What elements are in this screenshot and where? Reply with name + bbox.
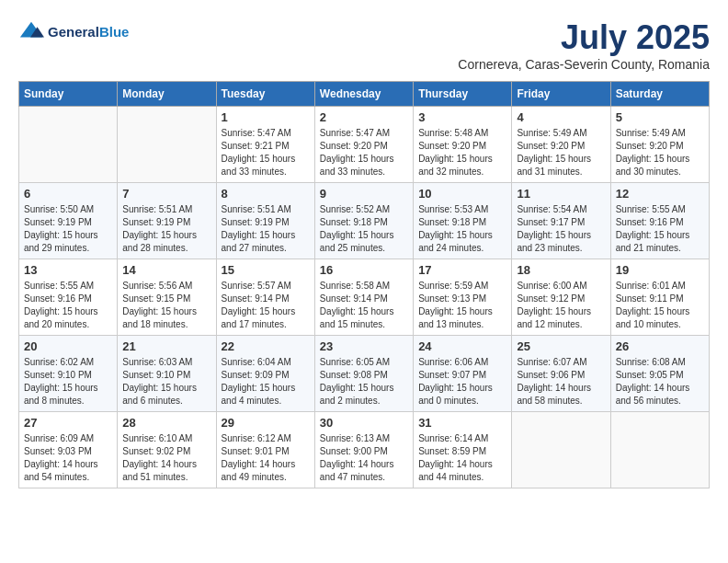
calendar-cell: 16Sunrise: 5:58 AM Sunset: 9:14 PM Dayli…	[314, 259, 413, 336]
day-detail: Sunrise: 6:07 AM Sunset: 9:06 PM Dayligh…	[517, 356, 605, 408]
calendar-cell: 29Sunrise: 6:12 AM Sunset: 9:01 PM Dayli…	[216, 412, 314, 488]
day-detail: Sunrise: 6:03 AM Sunset: 9:10 PM Dayligh…	[122, 356, 210, 408]
day-detail: Sunrise: 5:47 AM Sunset: 9:20 PM Dayligh…	[320, 127, 408, 178]
day-detail: Sunrise: 6:09 AM Sunset: 9:03 PM Dayligh…	[24, 432, 112, 484]
calendar-week-2: 6Sunrise: 5:50 AM Sunset: 9:19 PM Daylig…	[19, 183, 710, 259]
calendar-cell: 21Sunrise: 6:03 AM Sunset: 9:10 PM Dayli…	[118, 336, 216, 412]
day-number: 31	[418, 416, 506, 430]
logo: GeneralBlue	[18, 18, 129, 44]
day-detail: Sunrise: 6:05 AM Sunset: 9:08 PM Dayligh…	[320, 356, 408, 408]
day-detail: Sunrise: 5:55 AM Sunset: 9:16 PM Dayligh…	[616, 203, 704, 255]
page-header: GeneralBlue July 2025 Cornereva, Caras-S…	[18, 18, 710, 72]
day-detail: Sunrise: 5:53 AM Sunset: 9:18 PM Dayligh…	[418, 203, 506, 255]
day-number: 21	[122, 339, 210, 353]
day-number: 9	[320, 187, 408, 201]
logo-text: GeneralBlue	[48, 24, 129, 40]
calendar-table: Sunday Monday Tuesday Wednesday Thursday…	[18, 81, 710, 488]
day-number: 25	[517, 339, 605, 353]
day-number: 19	[616, 263, 704, 277]
day-detail: Sunrise: 5:52 AM Sunset: 9:18 PM Dayligh…	[320, 203, 408, 255]
calendar-cell: 11Sunrise: 5:54 AM Sunset: 9:17 PM Dayli…	[512, 183, 610, 259]
day-number: 8	[222, 187, 310, 201]
day-detail: Sunrise: 5:51 AM Sunset: 9:19 PM Dayligh…	[122, 203, 210, 255]
day-number: 22	[222, 339, 310, 353]
calendar-cell: 23Sunrise: 6:05 AM Sunset: 9:08 PM Dayli…	[314, 336, 413, 412]
calendar-week-3: 13Sunrise: 5:55 AM Sunset: 9:16 PM Dayli…	[19, 259, 710, 336]
calendar-cell: 26Sunrise: 6:08 AM Sunset: 9:05 PM Dayli…	[610, 336, 709, 412]
day-number: 14	[122, 263, 210, 277]
day-number: 15	[222, 263, 310, 277]
day-number: 6	[24, 187, 112, 201]
day-number: 1	[222, 110, 310, 124]
calendar-cell: 1Sunrise: 5:47 AM Sunset: 9:21 PM Daylig…	[216, 107, 314, 183]
calendar-cell	[610, 412, 709, 488]
day-number: 28	[122, 416, 210, 430]
calendar-cell: 28Sunrise: 6:10 AM Sunset: 9:02 PM Dayli…	[118, 412, 216, 488]
col-saturday: Saturday	[610, 82, 709, 107]
day-detail: Sunrise: 6:01 AM Sunset: 9:11 PM Dayligh…	[616, 280, 704, 331]
day-number: 7	[122, 187, 210, 201]
day-number: 20	[24, 339, 112, 353]
day-number: 26	[616, 339, 704, 353]
col-monday: Monday	[118, 82, 216, 107]
calendar-cell: 2Sunrise: 5:47 AM Sunset: 9:20 PM Daylig…	[314, 107, 413, 183]
day-detail: Sunrise: 5:50 AM Sunset: 9:19 PM Dayligh…	[24, 203, 112, 255]
day-number: 3	[418, 110, 506, 124]
day-number: 27	[24, 416, 112, 430]
calendar-cell: 15Sunrise: 5:57 AM Sunset: 9:14 PM Dayli…	[216, 259, 314, 336]
calendar-cell	[118, 107, 216, 183]
calendar-cell: 20Sunrise: 6:02 AM Sunset: 9:10 PM Dayli…	[19, 336, 118, 412]
calendar-cell: 10Sunrise: 5:53 AM Sunset: 9:18 PM Dayli…	[414, 183, 512, 259]
day-number: 2	[320, 110, 408, 124]
day-detail: Sunrise: 5:47 AM Sunset: 9:21 PM Dayligh…	[222, 127, 310, 178]
col-thursday: Thursday	[414, 82, 512, 107]
calendar-cell: 3Sunrise: 5:48 AM Sunset: 9:20 PM Daylig…	[414, 107, 512, 183]
day-detail: Sunrise: 5:57 AM Sunset: 9:14 PM Dayligh…	[222, 280, 310, 331]
calendar-cell: 18Sunrise: 6:00 AM Sunset: 9:12 PM Dayli…	[512, 259, 610, 336]
day-number: 29	[222, 416, 310, 430]
title-section: July 2025 Cornereva, Caras-Severin Count…	[458, 18, 710, 72]
day-detail: Sunrise: 5:56 AM Sunset: 9:15 PM Dayligh…	[122, 280, 210, 331]
day-detail: Sunrise: 6:00 AM Sunset: 9:12 PM Dayligh…	[517, 280, 605, 331]
logo-icon	[18, 18, 44, 44]
day-number: 17	[418, 263, 506, 277]
day-number: 13	[24, 263, 112, 277]
calendar-cell: 17Sunrise: 5:59 AM Sunset: 9:13 PM Dayli…	[414, 259, 512, 336]
col-sunday: Sunday	[19, 82, 118, 107]
calendar-cell	[512, 412, 610, 488]
calendar-cell: 8Sunrise: 5:51 AM Sunset: 9:19 PM Daylig…	[216, 183, 314, 259]
day-detail: Sunrise: 6:06 AM Sunset: 9:07 PM Dayligh…	[418, 356, 506, 408]
day-number: 11	[517, 187, 605, 201]
calendar-cell: 5Sunrise: 5:49 AM Sunset: 9:20 PM Daylig…	[610, 107, 709, 183]
day-number: 24	[418, 339, 506, 353]
day-number: 5	[616, 110, 704, 124]
calendar-cell: 24Sunrise: 6:06 AM Sunset: 9:07 PM Dayli…	[414, 336, 512, 412]
day-number: 18	[517, 263, 605, 277]
calendar-cell: 4Sunrise: 5:49 AM Sunset: 9:20 PM Daylig…	[512, 107, 610, 183]
calendar-cell: 30Sunrise: 6:13 AM Sunset: 9:00 PM Dayli…	[314, 412, 413, 488]
subtitle: Cornereva, Caras-Severin County, Romania	[458, 57, 710, 72]
day-number: 12	[616, 187, 704, 201]
day-detail: Sunrise: 6:08 AM Sunset: 9:05 PM Dayligh…	[616, 356, 704, 408]
calendar-cell: 12Sunrise: 5:55 AM Sunset: 9:16 PM Dayli…	[610, 183, 709, 259]
calendar-cell: 6Sunrise: 5:50 AM Sunset: 9:19 PM Daylig…	[19, 183, 118, 259]
calendar-cell: 13Sunrise: 5:55 AM Sunset: 9:16 PM Dayli…	[19, 259, 118, 336]
day-number: 23	[320, 339, 408, 353]
calendar-cell: 9Sunrise: 5:52 AM Sunset: 9:18 PM Daylig…	[314, 183, 413, 259]
col-friday: Friday	[512, 82, 610, 107]
col-tuesday: Tuesday	[216, 82, 314, 107]
day-detail: Sunrise: 6:13 AM Sunset: 9:00 PM Dayligh…	[320, 432, 408, 484]
calendar-cell: 14Sunrise: 5:56 AM Sunset: 9:15 PM Dayli…	[118, 259, 216, 336]
calendar-week-4: 20Sunrise: 6:02 AM Sunset: 9:10 PM Dayli…	[19, 336, 710, 412]
day-detail: Sunrise: 5:48 AM Sunset: 9:20 PM Dayligh…	[418, 127, 506, 178]
header-row: Sunday Monday Tuesday Wednesday Thursday…	[19, 82, 710, 107]
day-number: 30	[320, 416, 408, 430]
col-wednesday: Wednesday	[314, 82, 413, 107]
day-detail: Sunrise: 5:58 AM Sunset: 9:14 PM Dayligh…	[320, 280, 408, 331]
calendar-week-5: 27Sunrise: 6:09 AM Sunset: 9:03 PM Dayli…	[19, 412, 710, 488]
day-number: 4	[517, 110, 605, 124]
calendar-cell: 19Sunrise: 6:01 AM Sunset: 9:11 PM Dayli…	[610, 259, 709, 336]
calendar-cell: 22Sunrise: 6:04 AM Sunset: 9:09 PM Dayli…	[216, 336, 314, 412]
calendar-cell: 31Sunrise: 6:14 AM Sunset: 8:59 PM Dayli…	[414, 412, 512, 488]
day-detail: Sunrise: 6:02 AM Sunset: 9:10 PM Dayligh…	[24, 356, 112, 408]
